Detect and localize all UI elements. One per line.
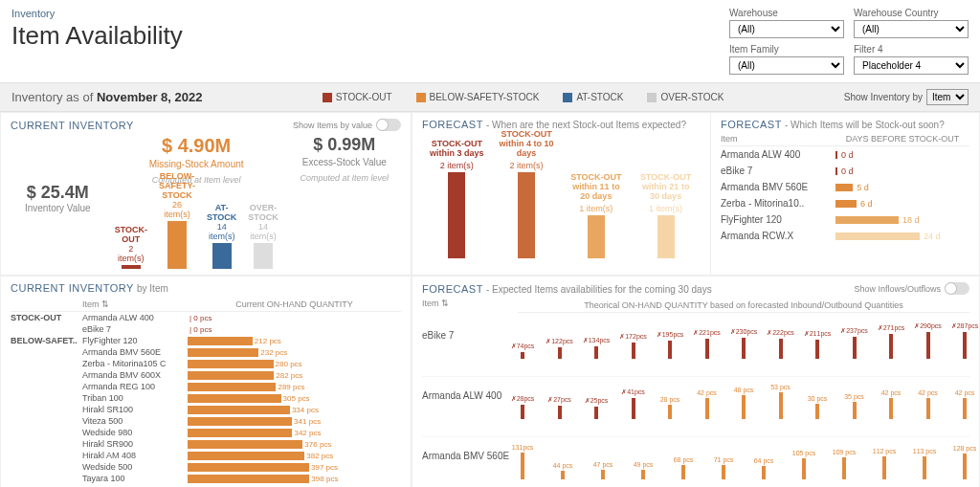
cibi-row[interactable]: Armanda BMV 600X282 pcs <box>11 369 401 381</box>
grid-row-2: CURRENT INVENTORY by Item Item ⇅ Current… <box>0 276 980 487</box>
cibi-row[interactable]: Wedside 980342 pcs <box>11 427 401 438</box>
status-bar-below-safety-stock[interactable]: BELOW-SAFETY-STOCK26 item(s) <box>159 171 195 269</box>
forecast-stockout-timing-panel: FORECAST - When are the next Stock-out I… <box>412 113 711 275</box>
breadcrumb[interactable]: Inventory <box>11 8 183 19</box>
filter-country-label: Warehouse Country <box>854 8 969 18</box>
filter-family-label: Item Family <box>729 44 844 55</box>
dbso-row[interactable]: eBike 70 d <box>721 163 969 179</box>
current-inventory-panel: CURRENT INVENTORY Show Items by value $ … <box>0 112 412 276</box>
current-inventory-by-item-panel: CURRENT INVENTORY by Item Item ⇅ Current… <box>0 276 412 487</box>
show-inventory-by: Show Inventory by Item <box>844 89 969 105</box>
dbso-row[interactable]: Zerba - Mitorina10..6 d <box>721 195 969 211</box>
cibi-row[interactable]: Triban 100305 pcs <box>11 392 401 404</box>
missing-stock-value: $ 4.90M <box>115 135 278 157</box>
cibi-row[interactable]: BELOW-SAFET..FlyFighter 120212 pcs <box>11 335 401 346</box>
asof: Inventory as of November 8, 2022 <box>11 90 202 104</box>
filter4-select[interactable]: Placeholder 4 <box>854 56 969 75</box>
show-by-value-toggle[interactable] <box>376 119 401 131</box>
inventory-value-block: $ 25.4M Inventory Value <box>11 135 105 269</box>
cibi-row[interactable]: Hirakl AM 408382 pcs <box>11 450 401 461</box>
status-bar-stock-out[interactable]: STOCK-OUT2 item(s) <box>115 225 147 269</box>
cibi-row[interactable]: Hirakl SR100334 pcs <box>11 404 401 415</box>
status-bar-at-stock[interactable]: AT-STOCK14 item(s) <box>207 203 236 269</box>
cibi-list: STOCK-OUTArmanda ALW 400| 0 pcseBike 7| … <box>11 312 401 484</box>
page-title: Item Availability <box>11 21 183 51</box>
forecast-30days-panel: FORECAST - Expected Items availabilities… <box>412 276 980 487</box>
cibi-row[interactable]: eBike 7| 0 pcs <box>11 323 401 335</box>
forecast-timing-bar-chart: STOCK-OUTwithin 3 days2 item(s)STOCK-OUT… <box>422 134 701 258</box>
forecast-bar-3[interactable]: STOCK-OUTwithin 21 to 30 days1 item(s) <box>637 173 695 258</box>
below-swatch <box>416 93 426 102</box>
forecast-bar-2[interactable]: STOCK-OUTwithin 11 to 20 days1 item(s) <box>568 173 625 258</box>
days-before-stockout-list: Armanda ALW 4000 deBike 70 dArmanda BMV … <box>721 146 969 244</box>
filters: Warehouse (All) Warehouse Country (All) … <box>729 8 969 75</box>
filter-warehouse-label: Warehouse <box>729 8 844 18</box>
forecast-row: FORECAST - When are the next Stock-out I… <box>412 112 980 276</box>
show-inflows-outflows-toggle[interactable] <box>945 282 969 295</box>
cibi-col-item[interactable]: Item ⇅ <box>82 299 188 309</box>
at-swatch <box>563 93 572 102</box>
cibi-row[interactable]: Tayara 100398 pcs <box>11 473 401 484</box>
cibi-row[interactable]: Armanda BMV 560E232 pcs <box>11 346 401 358</box>
cibi-row[interactable]: STOCK-OUTArmanda ALW 400| 0 pcs <box>11 312 401 323</box>
legend-below: BELOW-SAFETY-STOCK <box>416 92 540 102</box>
ci-title: CURRENT INVENTORY <box>11 120 134 131</box>
cibi-row[interactable]: Hirakl SR900376 pcs <box>11 438 401 450</box>
cibi-row[interactable]: Zerba - Mitorina105 C280 pcs <box>11 358 401 369</box>
status-bar-over-stock[interactable]: OVER-STOCK14 item(s) <box>248 203 278 269</box>
forecast-bar-1[interactable]: STOCK-OUTwithin 4 to 10 days2 item(s) <box>498 130 555 258</box>
stockout-swatch <box>323 93 332 102</box>
filter-family-select[interactable]: (All) <box>729 56 844 75</box>
fc30-col-item[interactable]: Item ⇅ <box>422 299 518 317</box>
current-status-bar-chart: STOCK-OUT2 item(s)BELOW-SAFETY-STOCK26 i… <box>115 192 278 269</box>
cibi-row[interactable]: Wedside 500397 pcs <box>11 461 401 473</box>
legend-stockout: STOCK-OUT <box>323 92 392 102</box>
dbso-row[interactable]: Armanda BMV 560E5 d <box>721 179 969 195</box>
dbso-row[interactable]: FlyFighter 12018 d <box>721 211 969 228</box>
header: Inventory Item Availability Warehouse (A… <box>0 0 980 82</box>
cibi-row[interactable]: Armanda REG 100289 pcs <box>11 381 401 392</box>
show-inventory-by-select[interactable]: Item <box>926 89 969 105</box>
days-before-stockout-panel: FORECAST - Which Items will be Stock-out… <box>711 113 979 275</box>
excess-stock-value: $ 0.99M <box>288 135 401 155</box>
dbso-row[interactable]: Armanda ALW 4000 d <box>721 146 969 163</box>
fc30-list: eBike 7✗74pcs✗122pcs✗134pcs✗172pcs✗195pc… <box>422 317 969 487</box>
filter-country-select[interactable]: (All) <box>854 20 969 38</box>
legend: STOCK-OUT BELOW-SAFETY-STOCK AT-STOCK OV… <box>323 92 724 102</box>
forecast-bar-0[interactable]: STOCK-OUTwithin 3 days2 item(s) <box>428 140 485 258</box>
over-swatch <box>647 93 657 102</box>
grid-row-1: CURRENT INVENTORY Show Items by value $ … <box>0 112 980 276</box>
legend-over: OVER-STOCK <box>647 92 724 102</box>
legend-at: AT-STOCK <box>563 92 623 102</box>
fc30-item-row[interactable]: Armanda BMV 560E131pcs44 pcs47 pcs49 pcs… <box>422 437 969 487</box>
title-block: Inventory Item Availability <box>11 8 183 51</box>
filter-warehouse-select[interactable]: (All) <box>729 20 844 38</box>
filter4-label: Filter 4 <box>854 44 969 55</box>
subbar: Inventory as of November 8, 2022 STOCK-O… <box>0 82 980 112</box>
fc30-item-row[interactable]: eBike 7✗74pcs✗122pcs✗134pcs✗172pcs✗195pc… <box>422 317 969 377</box>
dbso-row[interactable]: Armanda RCW.X24 d <box>721 228 969 244</box>
cibi-row[interactable]: Viteza 500341 pcs <box>11 415 401 427</box>
fc30-item-row[interactable]: Armanda ALW 400✗28pcs✗27pcs✗25pcs✗41pcs2… <box>422 377 969 437</box>
